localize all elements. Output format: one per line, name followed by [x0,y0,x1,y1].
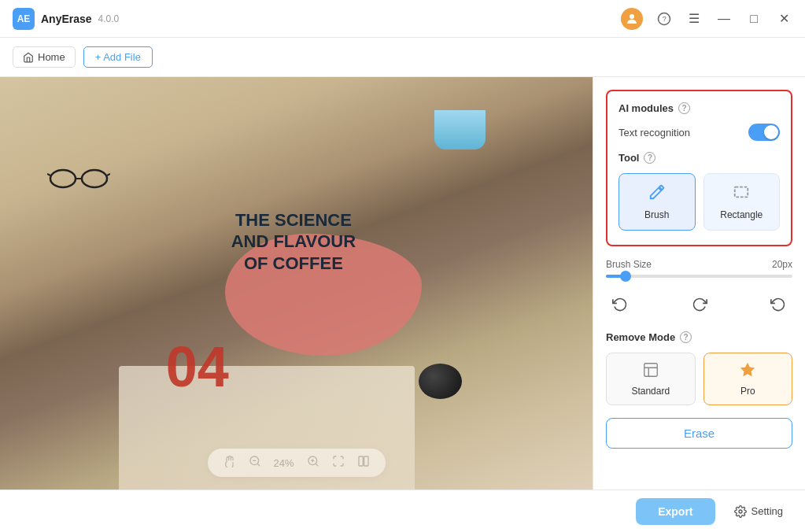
tool-title: Tool ? [619,152,780,164]
tool-help-icon[interactable]: ? [644,152,655,164]
svg-line-6 [47,174,50,175]
book-image: THE SCIENCEAND FLAVOUROF COFFEE 04 [0,77,593,490]
black-cup [419,364,462,399]
brush-size-label: Brush Size [606,259,652,270]
help-icon[interactable]: ? [655,10,673,28]
erase-button[interactable]: Erase [606,418,792,449]
reset-button[interactable] [764,290,792,319]
standard-mode-button[interactable]: Standard [606,353,696,405]
undo-button[interactable] [606,290,634,319]
svg-marker-19 [740,363,755,376]
rectangle-icon [733,183,750,205]
svg-text:?: ? [663,15,667,23]
ai-modules-help-icon[interactable]: ? [678,102,690,114]
remove-mode-help-icon[interactable]: ? [680,331,692,343]
text-recognition-row: Text recognition [619,124,780,141]
pro-mode-label: Pro [740,386,755,397]
text-recognition-toggle[interactable] [748,124,780,141]
add-file-button[interactable]: + Add File [83,46,153,68]
svg-point-20 [739,510,742,513]
rectangle-label: Rectangle [720,209,763,220]
remove-mode-title: Remove Mode ? [606,331,792,343]
title-bar: AE AnyErase 4.0.0 ? ☰ — □ ✕ [0,0,805,38]
maximize-icon[interactable]: □ [745,10,763,28]
image-area[interactable]: THE SCIENCEAND FLAVOUROF COFFEE 04 24% [0,77,593,490]
action-row [606,290,792,319]
brush-size-slider[interactable] [606,275,792,278]
brush-size-label-row: Brush Size 20px [606,259,792,270]
svg-point-3 [50,170,76,187]
setting-button[interactable]: Setting [725,499,792,524]
setting-icon [734,505,747,518]
tool-row: Tool ? Brush Rectangle [619,152,780,231]
standard-mode-icon [642,361,659,382]
setting-label: Setting [751,505,783,517]
standard-mode-label: Standard [631,386,670,397]
avatar-icon[interactable] [621,8,643,30]
redo-button[interactable] [685,290,714,319]
pro-mode-icon [739,361,756,382]
svg-rect-18 [644,364,658,377]
remove-mode-section: Remove Mode ? Standard Pro [606,331,792,405]
brush-tool-button[interactable]: Brush [619,173,696,231]
toggle-knob [764,125,778,139]
brush-size-value: 20px [772,259,792,270]
tool-buttons: Brush Rectangle [619,173,780,231]
brush-size-section: Brush Size 20px [606,259,792,278]
brush-icon [648,183,666,205]
app-version: 4.0.0 [98,13,120,24]
glasses [47,168,110,193]
home-button[interactable]: Home [13,46,76,68]
title-left: AE AnyErase 4.0.0 [13,8,119,30]
svg-point-4 [82,170,107,187]
blue-cup [434,110,486,150]
svg-line-7 [107,174,110,175]
app-name: AnyErase [41,13,92,25]
rectangle-tool-button[interactable]: Rectangle [703,173,781,231]
app-logo: AE [13,8,35,30]
close-icon[interactable]: ✕ [775,10,792,28]
text-recognition-label: Text recognition [619,127,690,139]
export-button[interactable]: Export [636,498,715,525]
ai-modules-title: AI modules ? [619,102,780,114]
svg-rect-17 [735,187,748,198]
brush-label: Brush [644,209,669,220]
book-title-text: THE SCIENCEAND FLAVOUROF COFFEE [231,209,356,275]
svg-point-0 [630,14,634,19]
title-right: ? ☰ — □ ✕ [621,8,792,30]
slider-thumb[interactable] [620,271,631,282]
book-number: 04 [166,334,229,399]
slider-fill [606,275,622,278]
minimize-icon[interactable]: — [715,10,733,28]
main-content: THE SCIENCEAND FLAVOUROF COFFEE 04 24% [0,77,805,490]
right-panel: AI modules ? Text recognition Tool ? [593,77,805,490]
ai-modules-section: AI modules ? Text recognition Tool ? [606,90,792,246]
toolbar: Home + Add File [0,38,805,77]
menu-icon[interactable]: ☰ [685,10,703,28]
bottom-bar: Export Setting [0,490,805,532]
mode-buttons: Standard Pro [606,353,792,405]
pro-mode-button[interactable]: Pro [703,353,793,405]
